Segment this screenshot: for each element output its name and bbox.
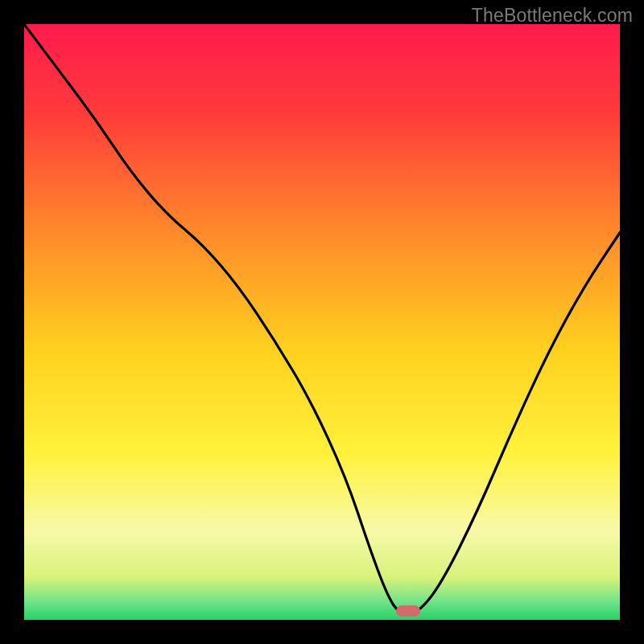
bottleneck-curve <box>24 24 620 620</box>
chart-frame: TheBottleneck.com <box>0 0 644 644</box>
optimal-marker <box>396 605 420 617</box>
watermark-text: TheBottleneck.com <box>472 5 633 27</box>
plot-area <box>24 24 620 620</box>
curve-path <box>24 24 620 614</box>
